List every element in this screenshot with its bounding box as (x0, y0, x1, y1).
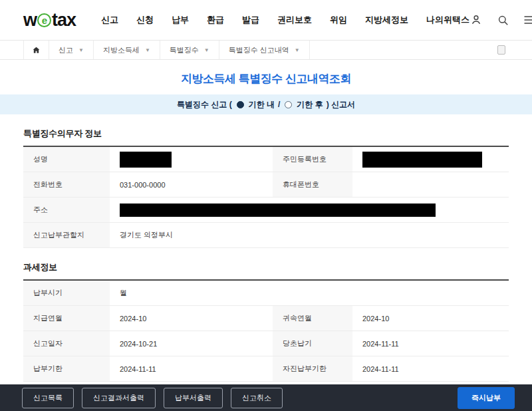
banner-prefix: 특별징수 신고 ( (177, 99, 232, 110)
jurisdiction-value: 경기도 의정부시 (110, 223, 509, 247)
breadcrumb-label: 특별징수 신고내역 (229, 45, 289, 55)
report-date-value: 2024-10-21 (110, 331, 273, 356)
table-row: 지급연월 2024-10 귀속연월 2024-10 (23, 306, 509, 331)
payment-slip-print-button[interactable]: 납부서출력 (164, 388, 223, 408)
banner-suffix: ) 신고서 (327, 99, 355, 110)
report-list-button[interactable]: 신고목록 (22, 388, 74, 408)
payment-deadline-value: 2024-11-11 (110, 356, 273, 381)
radio-in-deadline[interactable] (237, 101, 244, 108)
breadcrumb-label: 특별징수 (170, 45, 199, 55)
home-icon (32, 46, 41, 55)
report-cancel-button[interactable]: 신고취소 (231, 388, 283, 408)
row-label: 휴대폰번호 (273, 172, 352, 197)
nav-rights[interactable]: 권리보호 (277, 14, 312, 26)
payment-period-value: 월 (110, 281, 509, 305)
pay-now-button[interactable]: 즉시납부 (458, 387, 515, 409)
chevron-down-icon: ▼ (78, 47, 84, 53)
table-row: 신고납부관할지 경기도 의정부시 (23, 223, 509, 248)
expand-icon[interactable] (497, 45, 505, 55)
main-nav: 신고 신청 납부 환급 발급 권리보호 위임 지방세정보 나의위택스 (101, 14, 469, 26)
row-label: 납부기한 (23, 356, 110, 381)
section-title-collector-info: 특별징수의무자 정보 (23, 128, 509, 140)
chevron-down-icon: ▼ (295, 47, 300, 53)
row-label: 지급연월 (23, 306, 110, 331)
radio-after-deadline[interactable] (285, 101, 292, 108)
radio-after-deadline-label: 기한 후 (297, 99, 323, 110)
row-label: 납부시기 (23, 281, 110, 305)
nav-hwangeup[interactable]: 환급 (207, 14, 224, 26)
table-row: 신고일자 2024-10-21 당초납기 2024-11-11 (23, 331, 509, 356)
attribution-month-value: 2024-10 (352, 306, 509, 331)
table-row: 납부기한 2024-11-11 자진납부기한 2024-11-11 (23, 356, 509, 382)
row-label: 성명 (23, 147, 110, 172)
breadcrumb-item-local-income-tax[interactable]: 지방소득세▼ (94, 41, 160, 59)
table-row: 주소 (23, 198, 509, 223)
name-value (110, 147, 273, 172)
row-label: 신고납부관할지 (23, 223, 110, 247)
breadcrumb-item-singo[interactable]: 신고▼ (49, 41, 94, 59)
nav-balgeup[interactable]: 발급 (242, 14, 259, 26)
menu-icon[interactable] (523, 13, 532, 27)
row-label: 귀속연월 (273, 306, 352, 331)
breadcrumb-label: 신고 (59, 45, 73, 55)
breadcrumb-item-report-history[interactable]: 특별징수 신고내역▼ (219, 41, 310, 59)
logo-w: w (23, 10, 37, 31)
voluntary-deadline-value: 2024-11-11 (352, 356, 509, 381)
wetax-logo[interactable]: wetax (23, 10, 76, 31)
nav-nabbu[interactable]: 납부 (172, 14, 189, 26)
breadcrumb: 신고▼ 지방소득세▼ 특별징수▼ 특별징수 신고내역▼ (0, 40, 532, 60)
nav-mywetax[interactable]: 나의위택스 (426, 14, 469, 26)
taxation-info-table: 납부시기 월 지급연월 2024-10 귀속연월 2024-10 신고일자 20… (23, 279, 509, 382)
breadcrumb-label: 지방소득세 (103, 45, 140, 55)
row-label: 전화번호 (23, 172, 110, 197)
report-type-banner: 특별징수 신고 ( 기한 내 / 기한 후 ) 신고서 (0, 94, 532, 114)
phone-value: 031-000-0000 (110, 172, 273, 197)
table-row: 납부시기 월 (23, 281, 509, 306)
radio-in-deadline-label: 기한 내 (249, 99, 275, 110)
nav-wiim[interactable]: 위임 (330, 14, 347, 26)
address-value (110, 198, 509, 222)
chevron-down-icon: ▼ (204, 47, 209, 53)
row-label: 신고일자 (23, 331, 110, 356)
page-title: 지방소득세 특별징수 신고내역조회 (0, 71, 532, 86)
rrn-value (352, 147, 509, 172)
user-icon[interactable] (469, 13, 483, 27)
payment-month-value: 2024-10 (110, 306, 273, 331)
original-due-value: 2024-11-11 (352, 331, 509, 356)
header-icons (469, 13, 532, 27)
report-result-print-button[interactable]: 신고결과서출력 (82, 388, 156, 408)
row-label: 주소 (23, 198, 110, 222)
redacted-rrn (362, 152, 482, 168)
logo-e-icon: e (37, 13, 51, 27)
table-row: 전화번호 031-000-0000 휴대폰번호 (23, 172, 509, 198)
wetax-page: wetax 신고 신청 납부 환급 발급 권리보호 위임 지방세정보 나의위택스 (0, 0, 532, 411)
row-label: 당초납기 (273, 331, 352, 356)
bottom-action-bar: 신고목록 신고결과서출력 납부서출력 신고취소 즉시납부 (0, 384, 532, 411)
banner-separator: / (278, 100, 280, 109)
nav-singo[interactable]: 신고 (101, 14, 118, 26)
row-label: 자진납부기한 (273, 356, 352, 381)
breadcrumb-item-special-collection[interactable]: 특별징수▼ (160, 41, 219, 59)
section-title-taxation-info: 과세정보 (23, 261, 509, 273)
mobile-value (352, 172, 509, 197)
redacted-name (120, 152, 172, 168)
row-label: 주민등록번호 (273, 147, 352, 172)
header: wetax 신고 신청 납부 환급 발급 권리보호 위임 지방세정보 나의위택스 (0, 0, 532, 40)
search-icon[interactable] (496, 13, 509, 27)
redacted-address (120, 204, 436, 217)
collector-info-table: 성명 주민등록번호 전화번호 031-000-0000 휴대폰번호 주소 신고납… (23, 146, 509, 248)
logo-tax: tax (52, 10, 76, 31)
breadcrumb-home[interactable] (23, 41, 49, 59)
nav-sincheong[interactable]: 신청 (136, 14, 154, 26)
nav-taxinfo[interactable]: 지방세정보 (365, 14, 408, 26)
table-row: 성명 주민등록번호 (23, 147, 509, 172)
chevron-down-icon: ▼ (145, 47, 150, 53)
